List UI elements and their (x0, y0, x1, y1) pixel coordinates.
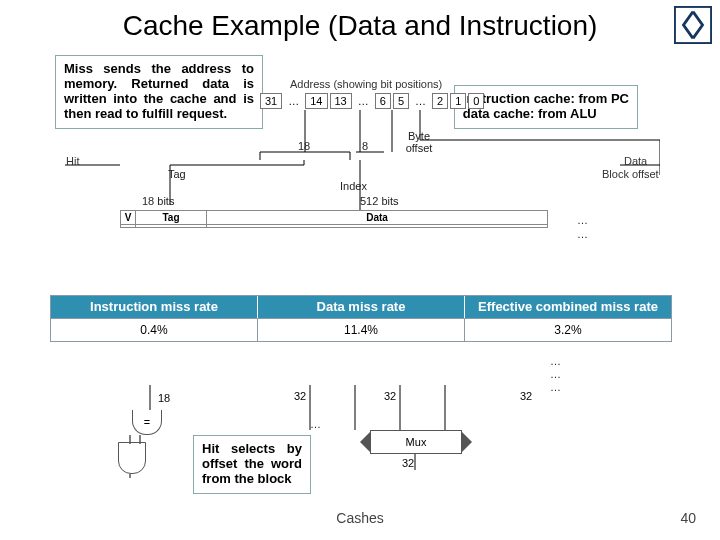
cache-array: V Tag Data … … (120, 210, 570, 228)
bit-dots: … (284, 95, 303, 107)
byte-offset-label-1: Byte (404, 130, 434, 142)
miss-rate-value-data: 11.4% (258, 318, 465, 341)
address-heading: Address (showing bit positions) (290, 78, 442, 90)
mux-output-width: 32 (402, 457, 414, 469)
cache-col-valid: V (121, 211, 136, 225)
tag-comparator: = (132, 410, 162, 435)
cache-col-tag: Tag (136, 211, 207, 225)
cache-dots: … (550, 368, 561, 380)
cache-dots: … (550, 355, 561, 367)
tag-bus-width: 18 bits (142, 195, 174, 207)
tag-path-label: Tag (168, 168, 186, 180)
miss-rate-value-combined: 3.2% (465, 318, 671, 341)
data-output-label: Data (624, 155, 647, 167)
hit-output-label: Hit (66, 155, 79, 167)
index-width-label: 8 (362, 140, 368, 152)
index-path-label: Index (340, 180, 367, 192)
word-select-mux: Mux (370, 430, 462, 454)
block-offset-label: Block offset (602, 168, 659, 180)
byte-offset-label-2: offset (400, 142, 438, 154)
cache-dots: … (577, 214, 588, 226)
miss-rate-header-instruction: Instruction miss rate (51, 296, 258, 318)
cache-dots: … (310, 418, 321, 430)
bit-0: 0 (468, 93, 484, 109)
bit-2: 2 (432, 93, 448, 109)
cache-dots: … (550, 381, 561, 393)
cache-dots: … (577, 228, 588, 240)
page-title: Cache Example (Data and Instruction) (0, 10, 720, 42)
address-bit-positions: 31 … 14 13 … 6 5 … 2 1 0 (260, 92, 486, 110)
bit-5: 5 (393, 93, 409, 109)
university-logo (674, 6, 712, 44)
miss-rate-table: Instruction miss rate Data miss rate Eff… (50, 295, 672, 342)
miss-rate-header-combined: Effective combined miss rate (465, 296, 671, 318)
miss-rate-value-instruction: 0.4% (51, 318, 258, 341)
data-bus-width: 512 bits (360, 195, 399, 207)
hit-and-gate (118, 442, 146, 474)
cache-col-data: Data (207, 211, 548, 225)
bit-1: 1 (450, 93, 466, 109)
bit-dots: … (354, 95, 373, 107)
word-width-2: 32 (520, 390, 532, 402)
bit-31: 31 (260, 93, 282, 109)
word-width-1: 32 (384, 390, 396, 402)
miss-rate-header-data: Data miss rate (258, 296, 465, 318)
comparator-input-width: 18 (158, 392, 170, 404)
bit-6: 6 (375, 93, 391, 109)
bit-13: 13 (330, 93, 352, 109)
footer-center: Cashes (0, 510, 720, 526)
word-width-0: 32 (294, 390, 306, 402)
cache-diagram: Address (showing bit positions) 31 … 14 … (60, 60, 660, 480)
bit-dots: … (411, 95, 430, 107)
bit-14: 14 (305, 93, 327, 109)
tag-width-label: 18 (298, 140, 310, 152)
page-number: 40 (680, 510, 696, 526)
